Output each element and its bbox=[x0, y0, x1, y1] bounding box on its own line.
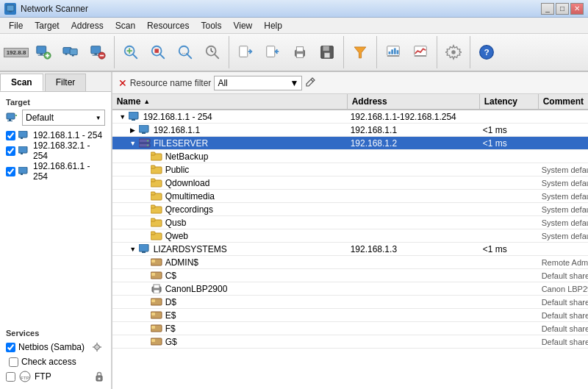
table-row[interactable]: Qrecordings System default share bbox=[112, 203, 588, 216]
row-comment-cell bbox=[539, 150, 588, 163]
maximize-button[interactable]: □ bbox=[556, 3, 569, 15]
table-row[interactable]: G$ Default share bbox=[112, 335, 588, 349]
save-button[interactable] bbox=[314, 38, 340, 66]
filter-clear-button[interactable]: ✕ bbox=[118, 77, 127, 89]
target-dropdown[interactable]: Default ▼ bbox=[22, 110, 105, 126]
help-button[interactable]: ? bbox=[473, 38, 500, 66]
svg-rect-54 bbox=[9, 119, 11, 121]
ranges-list: 192.168.1.1 - 254 192.168.32.1 - 254 bbox=[6, 130, 105, 182]
row-icon-share bbox=[151, 297, 162, 307]
th-latency[interactable]: Latency bbox=[480, 94, 539, 109]
close-button[interactable]: ✕ bbox=[570, 3, 584, 15]
import-button[interactable] bbox=[259, 38, 286, 66]
menu-file[interactable]: File bbox=[3, 19, 29, 32]
chart2-icon bbox=[412, 43, 429, 61]
th-name[interactable]: Name ▲ bbox=[112, 94, 348, 109]
table-row[interactable]: NetBackup bbox=[112, 150, 588, 163]
scan-schedule-button[interactable] bbox=[199, 38, 226, 66]
expand-icon[interactable]: ▶ bbox=[129, 126, 137, 135]
menu-target[interactable]: Target bbox=[29, 19, 65, 32]
th-comment[interactable]: Comment bbox=[539, 94, 588, 109]
ip-address-button[interactable]: 192.8.8 bbox=[3, 38, 29, 66]
scan-start-icon bbox=[122, 43, 140, 61]
row-name-cell: G$ bbox=[112, 335, 348, 348]
table-row[interactable]: ▼ 192.168.1.1 - 254 192.168.1.1-192.168.… bbox=[112, 110, 588, 124]
table-row[interactable]: Qmultimedia System default share bbox=[112, 190, 588, 203]
tab-scan[interactable]: Scan bbox=[0, 74, 43, 91]
print-button[interactable] bbox=[287, 38, 313, 66]
tree-table[interactable]: Name ▲ Address Latency Comment ▼ bbox=[112, 94, 588, 389]
menu-address[interactable]: Address bbox=[65, 19, 110, 32]
add-network-button[interactable] bbox=[30, 38, 57, 66]
table-row[interactable]: D$ Default share bbox=[112, 296, 588, 309]
table-row[interactable]: C$ Default share bbox=[112, 269, 588, 282]
filter-edit-icon[interactable] bbox=[305, 76, 317, 90]
range-checkbox-0[interactable] bbox=[6, 131, 15, 140]
scan-start-button[interactable] bbox=[118, 38, 144, 66]
row-address-cell: 192.168.1.3 bbox=[348, 243, 480, 255]
scan-options-button[interactable]: … bbox=[172, 38, 198, 66]
settings-button[interactable] bbox=[440, 38, 467, 66]
row-comment-cell: System default share bbox=[539, 216, 588, 229]
row-latency-cell: <1 ms bbox=[480, 137, 539, 149]
range-checkbox-2[interactable] bbox=[6, 167, 15, 176]
row-name-cell: Qusb bbox=[112, 216, 348, 229]
filter-button[interactable] bbox=[347, 38, 373, 66]
tab-filter[interactable]: Filter bbox=[45, 74, 87, 91]
table-row[interactable]: Qusb System default share bbox=[112, 216, 588, 229]
table-row[interactable]: ▶ 192.168.1.1 192.168.1.1 <1 ms bbox=[112, 124, 588, 137]
table-row[interactable]: ADMIN$ Remote Admin bbox=[112, 256, 588, 269]
table-row[interactable]: E$ Default share bbox=[112, 309, 588, 322]
toolbar-group-filter bbox=[347, 36, 377, 68]
table-row[interactable]: F$ Default share bbox=[112, 322, 588, 335]
th-address[interactable]: Address bbox=[348, 94, 480, 109]
row-name-cell: ▼ 192.168.1.1 - 254 bbox=[112, 110, 348, 123]
expand-icon[interactable]: ▼ bbox=[118, 113, 127, 121]
row-icon-folder bbox=[151, 165, 162, 175]
monitors-button[interactable] bbox=[57, 38, 84, 66]
netbios-checkbox[interactable] bbox=[6, 343, 15, 352]
menu-resources[interactable]: Resources bbox=[141, 19, 195, 32]
expand-icon[interactable]: ▼ bbox=[129, 139, 137, 148]
menu-tools[interactable]: Tools bbox=[195, 19, 227, 32]
ftp-checkbox[interactable] bbox=[6, 372, 15, 382]
check-access-checkbox[interactable] bbox=[9, 357, 18, 367]
menu-scan[interactable]: Scan bbox=[110, 19, 141, 32]
chart2-button[interactable] bbox=[407, 38, 434, 66]
table-row[interactable]: Qdownload System default share bbox=[112, 176, 588, 190]
row-icon-share bbox=[151, 257, 162, 268]
range-item-1[interactable]: 192.168.32.1 - 254 bbox=[6, 140, 105, 161]
row-comment-cell bbox=[539, 137, 588, 149]
export-button[interactable] bbox=[232, 38, 259, 66]
netbios-settings-icon[interactable] bbox=[90, 340, 104, 354]
remove-network-button[interactable] bbox=[85, 38, 111, 66]
svg-rect-105 bbox=[154, 290, 159, 293]
svg-text:FTP: FTP bbox=[21, 376, 29, 380]
table-row[interactable]: CanonLBP2900 Canon LBP2900 bbox=[112, 282, 588, 296]
menu-help[interactable]: Help bbox=[258, 19, 288, 32]
row-name-cell: ▶ 192.168.1.1 bbox=[112, 124, 348, 136]
svg-rect-12 bbox=[91, 46, 101, 54]
row-address-cell: 192.168.1.2 bbox=[348, 137, 480, 149]
chart1-button[interactable] bbox=[380, 38, 406, 66]
range-item-0[interactable]: 192.168.1.1 - 254 bbox=[6, 130, 105, 140]
expand-icon[interactable]: ▼ bbox=[129, 245, 137, 254]
filter-dropdown[interactable]: All ▼ bbox=[214, 76, 302, 90]
range-checkbox-1[interactable] bbox=[6, 146, 15, 156]
row-icon-share bbox=[151, 271, 162, 281]
scan-stop-button[interactable] bbox=[145, 38, 171, 66]
window-controls[interactable]: _ □ ✕ bbox=[541, 3, 584, 15]
menu-view[interactable]: View bbox=[227, 19, 258, 32]
minimize-button[interactable]: _ bbox=[541, 3, 554, 15]
table-row[interactable]: Qweb System default share bbox=[112, 229, 588, 243]
range-icon-0 bbox=[18, 130, 30, 140]
service-netbios: Netbios (Samba) bbox=[6, 340, 105, 354]
svg-rect-37 bbox=[296, 54, 303, 58]
row-icon-server bbox=[139, 138, 151, 149]
svg-rect-23 bbox=[154, 49, 159, 53]
table-row[interactable]: ▼ LIZARDSYSTEMS 192.168.1.3 <1 ms bbox=[112, 243, 588, 256]
table-row[interactable]: ▼ FILESERVER 192.168.1.2 <1 ms bbox=[112, 137, 588, 150]
svg-rect-104 bbox=[154, 285, 159, 288]
range-item-2[interactable]: 192.168.61.1 - 254 bbox=[6, 161, 105, 182]
table-row[interactable]: Public System default share bbox=[112, 163, 588, 176]
